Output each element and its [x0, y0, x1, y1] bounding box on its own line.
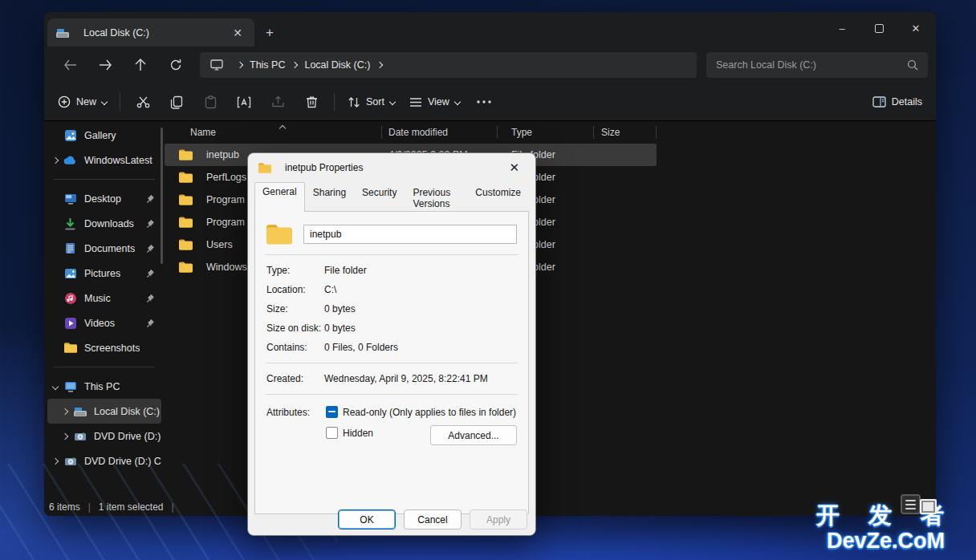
advanced-button[interactable]: Advanced...: [430, 425, 517, 445]
sidebar-item-videos[interactable]: Videos: [47, 310, 161, 335]
expand-chevron-icon[interactable]: [52, 457, 59, 464]
properties-dialog: inetpub Properties ✕ General Sharing Sec…: [247, 152, 536, 536]
hidden-checkbox[interactable]: [326, 427, 338, 439]
ok-button[interactable]: OK: [338, 509, 396, 530]
cancel-button[interactable]: Cancel: [404, 509, 462, 530]
sidebar-item-windowslatest[interactable]: WindowsLatest: [47, 148, 161, 172]
sidebar-item-this-pc[interactable]: This PC: [47, 374, 161, 399]
apply-button[interactable]: Apply: [470, 509, 527, 530]
expand-chevron-icon[interactable]: [52, 156, 59, 163]
copy-button[interactable]: [160, 88, 193, 116]
drive-icon: [73, 404, 87, 418]
field-value: File folder: [324, 265, 367, 276]
breadcrumb[interactable]: This PC Local Disk (C:): [200, 52, 697, 78]
rename-button[interactable]: [227, 88, 261, 116]
folder-name-input[interactable]: [303, 225, 517, 244]
pictures-icon: [63, 266, 77, 280]
watermark-site-text: DevZe.CoM: [816, 529, 955, 554]
dialog-close-icon[interactable]: ✕: [502, 159, 526, 177]
hidden-label: Hidden: [343, 428, 373, 439]
sidebar-item-local-disk-c[interactable]: Local Disk (C:): [47, 399, 161, 424]
drive-icon: [55, 26, 69, 39]
column-headers: Name Date modified Type Size: [165, 121, 936, 144]
folder-icon-large: [266, 224, 292, 245]
expand-chevron-icon[interactable]: [62, 408, 68, 414]
dialog-title-bar: inetpub Properties ✕: [248, 153, 535, 182]
navigation-bar: This PC Local Disk (C:) Search Local Dis…: [44, 47, 936, 83]
sidebar-item-dvd-drive-d[interactable]: DVD Drive (D:): [47, 424, 161, 448]
created-value: Wednesday, April 9, 2025, 8:22:41 PM: [324, 373, 488, 384]
back-button[interactable]: [52, 52, 87, 78]
sort-button[interactable]: Sort: [340, 88, 402, 116]
breadcrumb-this-pc[interactable]: This PC: [250, 59, 285, 71]
details-pane-button[interactable]: Details: [865, 88, 929, 116]
up-button[interactable]: [123, 52, 158, 78]
minimize-button[interactable]: –: [824, 12, 860, 44]
sidebar-item-desktop[interactable]: Desktop: [47, 186, 161, 211]
field-value: C:\: [324, 284, 336, 295]
collapse-chevron-icon[interactable]: [52, 383, 59, 389]
tab-customize[interactable]: Customize: [467, 183, 529, 213]
forward-button[interactable]: [87, 52, 123, 78]
details-pane-icon: [872, 96, 886, 108]
sidebar-item-gallery[interactable]: Gallery: [47, 123, 161, 148]
breadcrumb-local-disk[interactable]: Local Disk (C:): [304, 59, 370, 71]
pin-icon: [146, 319, 155, 327]
view-button[interactable]: View: [402, 88, 467, 116]
sidebar-item-pictures[interactable]: Pictures: [47, 261, 161, 286]
view-button-label: View: [428, 96, 449, 108]
sidebar-item-screenshots[interactable]: Screenshots: [47, 335, 161, 360]
folder-icon: [179, 261, 193, 274]
column-header-size[interactable]: Size: [594, 121, 657, 144]
plus-circle-icon: [58, 95, 71, 108]
sidebar-item-documents[interactable]: Documents: [47, 236, 161, 261]
file-name: Windows: [206, 262, 247, 273]
downloads-icon: [63, 217, 77, 230]
column-header-date-modified[interactable]: Date modified: [382, 121, 498, 144]
readonly-checkbox[interactable]: [326, 406, 338, 418]
share-button[interactable]: [261, 88, 295, 116]
sidebar-item-music[interactable]: Music: [47, 286, 161, 310]
new-tab-button[interactable]: +: [266, 26, 274, 39]
folder-icon: [179, 216, 193, 229]
sidebar-item-dvd-drive-d-c[interactable]: DVD Drive (D:) C: [47, 448, 161, 473]
folder-icon: [179, 238, 193, 252]
pin-icon: [146, 219, 155, 228]
column-header-name[interactable]: Name: [165, 121, 382, 144]
tab-close-icon[interactable]: ✕: [229, 26, 246, 40]
chevron-down-icon: [389, 99, 396, 105]
delete-button[interactable]: [295, 88, 328, 116]
maximize-button[interactable]: [860, 12, 897, 44]
trash-icon: [306, 95, 318, 108]
search-input[interactable]: Search Local Disk (C:): [706, 52, 928, 78]
refresh-button[interactable]: [158, 52, 193, 78]
cut-button[interactable]: [126, 88, 160, 116]
column-header-type[interactable]: Type: [498, 121, 594, 144]
close-button[interactable]: ✕: [897, 12, 934, 44]
tab-general[interactable]: General: [254, 182, 305, 212]
new-button[interactable]: New: [51, 88, 114, 116]
dvd-icon: [73, 429, 87, 443]
paste-button[interactable]: [193, 88, 227, 116]
sidebar-item-label: This PC: [84, 381, 120, 392]
tab-sharing[interactable]: Sharing: [305, 183, 354, 213]
folder-icon: [179, 148, 193, 162]
window-controls: – ✕: [824, 12, 934, 44]
sidebar-scrollbar[interactable]: [161, 128, 163, 264]
tab-security[interactable]: Security: [354, 183, 405, 213]
music-icon: [63, 291, 77, 305]
onedrive-cloud-icon: [63, 153, 77, 167]
rename-icon: [237, 96, 251, 108]
file-name: inetpub: [206, 149, 239, 160]
tab-bar: Local Disk (C:) ✕ + – ✕: [44, 12, 936, 47]
tab-previous-versions[interactable]: Previous Versions: [405, 183, 467, 213]
tab-local-disk-c[interactable]: Local Disk (C:) ✕: [47, 18, 254, 47]
sidebar-item-downloads[interactable]: Downloads: [47, 211, 161, 236]
expand-chevron-icon[interactable]: [62, 432, 68, 439]
sidebar-item-label: Pictures: [84, 268, 120, 279]
tray-window-icon: [920, 499, 937, 514]
more-options-button[interactable]: [467, 88, 501, 116]
details-button-label: Details: [892, 96, 922, 108]
file-name: PerfLogs: [206, 172, 246, 183]
this-pc-icon: [63, 379, 77, 393]
